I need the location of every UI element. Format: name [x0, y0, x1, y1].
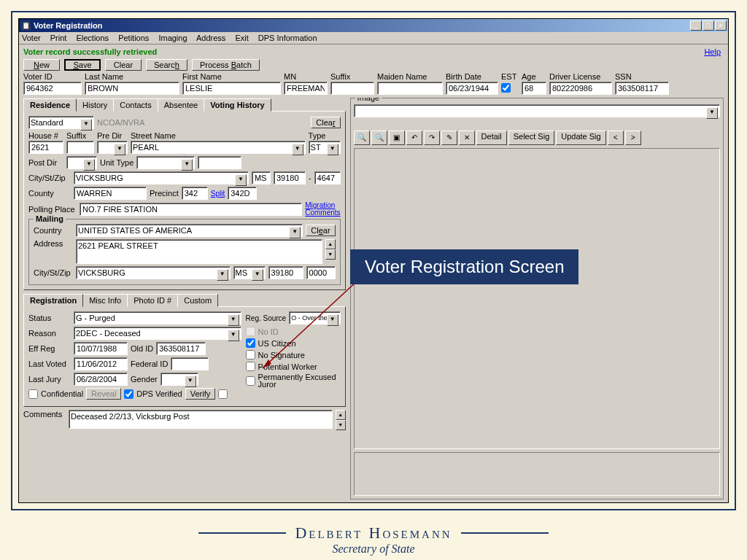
menu-print[interactable]: Print — [50, 34, 67, 42]
process-batch-button[interactable]: Process Batch — [192, 59, 260, 71]
addr-suffix-input[interactable] — [66, 141, 94, 154]
reason-select[interactable]: 2DEC - Deceased — [74, 327, 241, 340]
precinct-input[interactable] — [182, 187, 208, 200]
age-input[interactable] — [522, 82, 546, 95]
scroll-down-icon[interactable]: ▼ — [336, 420, 346, 430]
menu-voter[interactable]: Voter — [22, 34, 41, 42]
unittype-select[interactable] — [136, 156, 195, 169]
tab-absentee[interactable]: Absentee — [158, 98, 204, 112]
effreg-input[interactable] — [74, 342, 128, 355]
polling-place-input[interactable] — [80, 203, 302, 216]
mail-zip-input[interactable] — [268, 266, 303, 279]
first-name-input[interactable] — [182, 82, 281, 95]
menu-petitions[interactable]: Petitions — [118, 34, 149, 42]
street-type-select[interactable]: ST — [309, 141, 341, 154]
minimize-button[interactable]: _ — [690, 20, 702, 31]
potworker-checkbox[interactable] — [246, 362, 255, 371]
split-input[interactable] — [228, 187, 257, 200]
predir-select[interactable] — [97, 141, 128, 154]
dpsverified-checkbox[interactable] — [124, 389, 133, 399]
voter-id-input[interactable] — [23, 82, 82, 95]
house-input[interactable] — [28, 141, 63, 154]
verify-unknown-checkbox[interactable] — [218, 389, 228, 399]
mn-input[interactable] — [284, 82, 328, 95]
mail-country-select[interactable]: UNITED STATES OF AMERICA — [76, 224, 303, 237]
menu-address[interactable]: Address — [196, 34, 225, 42]
unit-input[interactable] — [198, 156, 241, 169]
birth-input[interactable] — [446, 82, 498, 95]
zip4-input[interactable] — [314, 171, 341, 184]
mail-zip4-input[interactable] — [306, 266, 336, 279]
image-select[interactable] — [354, 104, 720, 117]
postdir-select[interactable] — [66, 156, 97, 169]
est-checkbox[interactable] — [501, 83, 511, 93]
oldid-input[interactable] — [156, 342, 206, 355]
verify-button[interactable]: Verify — [185, 388, 216, 400]
tab-history[interactable]: History — [76, 98, 114, 112]
mail-address-input[interactable]: 2621 PEARL STREET — [76, 239, 322, 264]
federalid-input[interactable] — [171, 357, 209, 370]
clear-image-icon[interactable]: ✎ — [441, 131, 457, 145]
updatesig-button[interactable]: Update Sig — [556, 131, 605, 145]
menu-dps[interactable]: DPS Information — [258, 34, 317, 42]
dl-input[interactable] — [549, 82, 612, 95]
mailing-clear-button[interactable]: Clear — [306, 225, 335, 236]
tab-registration[interactable]: Registration — [23, 294, 83, 307]
regsource-select[interactable]: O - Over the C — [289, 311, 340, 324]
close-button[interactable]: × — [715, 20, 727, 31]
clear-button[interactable]: Clear — [105, 59, 142, 71]
help-link[interactable]: Help — [704, 47, 721, 56]
lastjury-input[interactable] — [74, 373, 128, 386]
nosig-checkbox[interactable] — [246, 350, 255, 359]
residence-clear-button[interactable]: Clear — [311, 117, 340, 128]
gender-select[interactable] — [160, 373, 198, 386]
excused-checkbox[interactable] — [246, 376, 255, 386]
rotate-left-icon[interactable]: ↶ — [406, 131, 422, 145]
scroll-up-icon[interactable]: ▲ — [325, 239, 336, 249]
tab-contacts[interactable]: Contacts — [113, 98, 158, 112]
city-select[interactable]: VICKSBURG — [74, 171, 249, 184]
zip-input[interactable] — [274, 171, 306, 184]
split-link[interactable]: Split — [211, 190, 225, 198]
mail-st-select[interactable]: MS — [233, 266, 266, 279]
search-button[interactable]: Search — [146, 59, 187, 71]
tab-miscinfo[interactable]: Misc Info — [82, 294, 128, 307]
selectsig-button[interactable]: Select Sig — [508, 131, 555, 145]
prev-icon[interactable]: < — [608, 131, 624, 145]
scroll-up-icon[interactable]: ▲ — [336, 410, 346, 420]
maiden-input[interactable] — [377, 82, 443, 95]
next-icon[interactable]: > — [625, 131, 641, 145]
comments-link[interactable]: Comments — [305, 209, 340, 217]
county-input[interactable] — [74, 187, 147, 200]
menu-exit[interactable]: Exit — [235, 34, 248, 42]
last-name-input[interactable] — [85, 82, 179, 95]
address-type-select[interactable]: Standard — [28, 116, 94, 129]
citizen-checkbox[interactable] — [246, 338, 255, 348]
zoom-out-icon[interactable]: 🔍 — [371, 131, 387, 145]
rotate-right-icon[interactable]: ↷ — [424, 131, 440, 145]
lastvoted-input[interactable] — [74, 357, 128, 370]
new-button[interactable]: New — [23, 59, 60, 71]
street-select[interactable]: PEARL — [131, 141, 306, 154]
reveal-button[interactable]: Reveal — [86, 388, 121, 400]
zoom-in-icon[interactable]: 🔍 — [354, 131, 370, 145]
st-input[interactable] — [252, 171, 271, 184]
tab-custom[interactable]: Custom — [177, 294, 218, 307]
menu-imaging[interactable]: Imaging — [158, 34, 187, 42]
suffix-input[interactable] — [330, 82, 374, 95]
detail-button[interactable]: Detail — [476, 131, 507, 145]
maximize-button[interactable]: □ — [703, 20, 714, 31]
fit-icon[interactable]: ▣ — [389, 131, 405, 145]
menu-elections[interactable]: Elections — [76, 34, 109, 42]
mail-city-select[interactable]: VICKSBURG — [76, 266, 231, 279]
tab-photoid[interactable]: Photo ID # — [127, 294, 178, 307]
scroll-down-icon[interactable]: ▼ — [325, 249, 336, 260]
ssn-input[interactable] — [615, 82, 669, 95]
comments-input[interactable]: Deceased 2/2/13, Vicksburg Post — [69, 410, 333, 429]
tab-voting-history[interactable]: Voting History — [204, 98, 271, 112]
status-select[interactable]: G - Purged — [74, 311, 241, 324]
tab-residence[interactable]: Residence — [23, 98, 77, 112]
save-button[interactable]: Save — [64, 59, 101, 71]
delete-icon[interactable]: ✕ — [459, 131, 475, 145]
confidential-checkbox[interactable] — [28, 389, 38, 399]
